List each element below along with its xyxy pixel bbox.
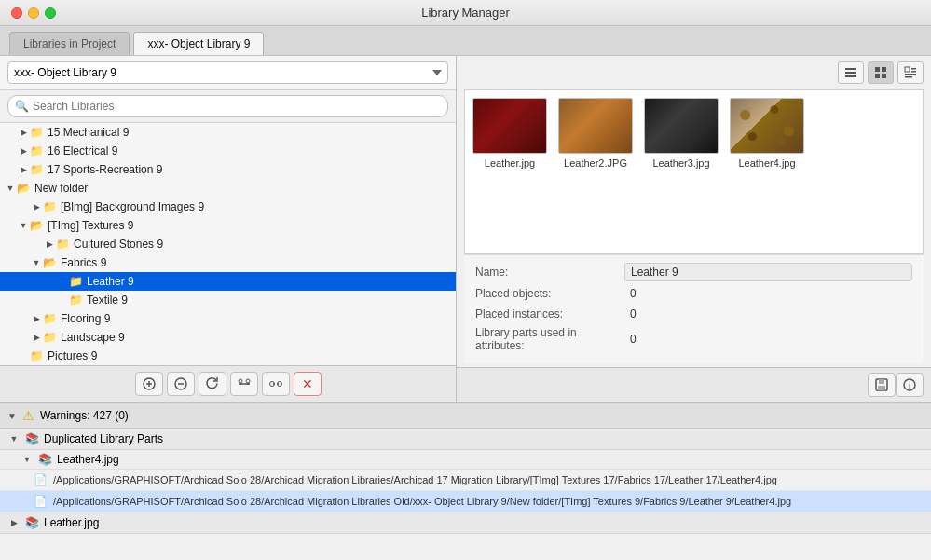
tab-libraries-in-project[interactable]: Libraries in Project <box>9 32 130 55</box>
tabs-row: Libraries in Project xxx- Object Library… <box>0 26 931 56</box>
tree-item-landscape[interactable]: ▶ 📁 Landscape 9 <box>0 328 456 347</box>
add-lib-button[interactable] <box>135 372 163 396</box>
close-button[interactable] <box>11 7 22 19</box>
tree-item-leather-9[interactable]: 📁 Leather 9 <box>0 272 456 291</box>
tree-arrow: ▼ <box>4 184 17 193</box>
folder-icon: 📂 <box>43 256 57 269</box>
window-title: Library Manager <box>421 6 510 20</box>
right-bottom-toolbar: i <box>457 367 931 402</box>
warn-group-label-leather: Leather.jpg <box>44 516 99 529</box>
tree-item-15-mech[interactable]: ▶ 📁 15 Mechanical 9 <box>0 123 456 142</box>
warn-path-icon-1: 📄 <box>34 473 48 486</box>
tree-arrow: ▶ <box>17 146 30 156</box>
tree-item-timg[interactable]: ▼ 📂 [TImg] Textures 9 <box>0 216 456 235</box>
warn-sub-leather4[interactable]: ▼ 📚 Leather4.jpg <box>0 450 931 470</box>
search-input[interactable] <box>7 95 448 117</box>
tree-arrow: ▼ <box>30 258 43 267</box>
maximize-button[interactable] <box>45 7 56 19</box>
left-panel: xxx- Object Library 9 🔍 ▶ 📁 15 Mechanica… <box>0 56 457 402</box>
info-section: Name: Leather 9 Placed objects: 0 Placed… <box>464 254 924 363</box>
info-row-placed-objects: Placed objects: 0 <box>475 285 912 302</box>
warnings-arrow: ▼ <box>7 411 17 421</box>
tree-item-fabrics[interactable]: ▼ 📂 Fabrics 9 <box>0 253 456 272</box>
search-icon: 🔍 <box>15 100 29 113</box>
tree-item-cultured-stones[interactable]: ▶ 📁 Cultured Stones 9 <box>0 235 456 253</box>
list-view-button[interactable] <box>838 61 864 84</box>
tree-item-17-sports[interactable]: ▶ 📁 17 Sports-Recreation 9 <box>0 160 456 179</box>
folder-icon: 📁 <box>69 294 83 307</box>
thumb-label-leather3: Leather3.jpg <box>652 157 709 169</box>
minimize-button[interactable] <box>28 7 39 19</box>
tab-xxx-object-library[interactable]: xxx- Object Library 9 <box>133 32 264 55</box>
save-library-button[interactable] <box>868 373 896 397</box>
svg-rect-11 <box>875 67 880 72</box>
warn-group-leather-jpg[interactable]: ▶ 📚 Leather.jpg <box>0 512 931 534</box>
right-top-toolbar <box>457 56 931 89</box>
thumbnail-leather4[interactable]: Leather4.jpg <box>730 98 804 169</box>
right-panel: Leather.jpg Leather2.JPG Leather3.jpg Le… <box>457 56 931 402</box>
warn-group-duplicated[interactable]: ▼ 📚 Duplicated Library Parts <box>0 429 931 450</box>
folder-icon: 📁 <box>56 238 70 251</box>
info-library-parts-label: Library parts used in attributes: <box>475 326 624 352</box>
tree-item-textile[interactable]: 📁 Textile 9 <box>0 291 456 309</box>
reload-button[interactable] <box>199 372 226 396</box>
folder-icon: 📁 <box>43 200 57 213</box>
svg-rect-8 <box>845 68 856 70</box>
thumb-image-leather1 <box>472 98 547 154</box>
folder-icon: 📁 <box>43 331 57 344</box>
info-row-name: Name: Leather 9 <box>475 263 912 281</box>
info-name-label: Name: <box>475 266 624 279</box>
tree-item-blmg[interactable]: ▶ 📁 [Blmg] Background Images 9 <box>0 198 456 216</box>
info-placed-objects-value: 0 <box>624 285 642 302</box>
warn-sub-icon: 📚 <box>38 453 52 466</box>
svg-rect-12 <box>882 67 886 72</box>
folder-icon: 📁 <box>43 312 57 325</box>
folder-icon: 📂 <box>30 219 44 232</box>
folder-icon: 📁 <box>30 349 44 362</box>
warn-group-icon-leather: 📚 <box>25 516 39 529</box>
bottom-section: ▼ ⚠ Warnings: 427 (0) ▼ 📚 Duplicated Lib… <box>0 402 931 560</box>
detail-view-button[interactable] <box>897 61 924 84</box>
warnings-body: ▼ 📚 Duplicated Library Parts ▼ 📚 Leather… <box>0 429 931 560</box>
warn-sub-label: Leather4.jpg <box>57 453 119 466</box>
tree-item-flooring[interactable]: ▶ 📁 Flooring 9 <box>0 309 456 328</box>
thumbnail-leather2[interactable]: Leather2.JPG <box>558 98 633 169</box>
thumbnail-leather1[interactable]: Leather.jpg <box>472 98 547 169</box>
svg-point-4 <box>239 379 242 383</box>
warn-group-label: Duplicated Library Parts <box>44 432 163 445</box>
svg-rect-19 <box>905 76 912 78</box>
info-row-placed-instances: Placed instances: 0 <box>475 306 912 322</box>
remove-lib-button[interactable] <box>167 372 195 396</box>
grid-view-button[interactable] <box>868 61 894 84</box>
svg-rect-22 <box>878 386 885 390</box>
warnings-header[interactable]: ▼ ⚠ Warnings: 427 (0) <box>0 403 931 429</box>
top-section: xxx- Object Library 9 🔍 ▶ 📁 15 Mechanica… <box>0 56 931 402</box>
link-button[interactable] <box>230 372 258 396</box>
search-row: 🔍 <box>0 90 456 123</box>
delete-button[interactable]: ✕ <box>294 372 322 396</box>
tree-item-pictures[interactable]: 📁 Pictures 9 <box>0 347 456 365</box>
tree-area: ▶ 📁 15 Mechanical 9 ▶ 📁 16 Electrical 9 … <box>0 123 456 365</box>
info-placed-objects-label: Placed objects: <box>475 287 624 300</box>
info-library-parts-value: 0 <box>624 331 642 348</box>
library-dropdown[interactable]: xxx- Object Library 9 <box>7 61 448 84</box>
warn-path-2[interactable]: 📄 /Applications/GRAPHISOFT/Archicad Solo… <box>0 491 931 512</box>
unlink-button[interactable] <box>262 372 290 396</box>
main-area: xxx- Object Library 9 🔍 ▶ 📁 15 Mechanica… <box>0 56 931 560</box>
warn-path-icon-2: 📄 <box>34 495 48 508</box>
info-name-value: Leather 9 <box>624 263 912 281</box>
svg-rect-21 <box>879 379 884 384</box>
thumb-image-leather3 <box>644 98 719 154</box>
info-button[interactable]: i <box>896 373 924 397</box>
dropdown-row: xxx- Object Library 9 <box>0 56 456 90</box>
tree-item-new-folder[interactable]: ▼ 📂 New folder <box>0 179 456 198</box>
tree-arrow: ▶ <box>30 333 43 342</box>
thumb-label-leather4: Leather4.jpg <box>738 157 795 169</box>
info-row-library-parts: Library parts used in attributes: 0 <box>475 326 912 352</box>
thumbnail-leather3[interactable]: Leather3.jpg <box>644 98 719 169</box>
tree-arrow: ▶ <box>30 314 43 323</box>
warn-path-1[interactable]: 📄 /Applications/GRAPHISOFT/Archicad Solo… <box>0 470 931 491</box>
svg-rect-16 <box>911 68 916 70</box>
tree-item-16-elec[interactable]: ▶ 📁 16 Electrical 9 <box>0 142 456 160</box>
warn-sub-arrow: ▼ <box>21 455 34 464</box>
